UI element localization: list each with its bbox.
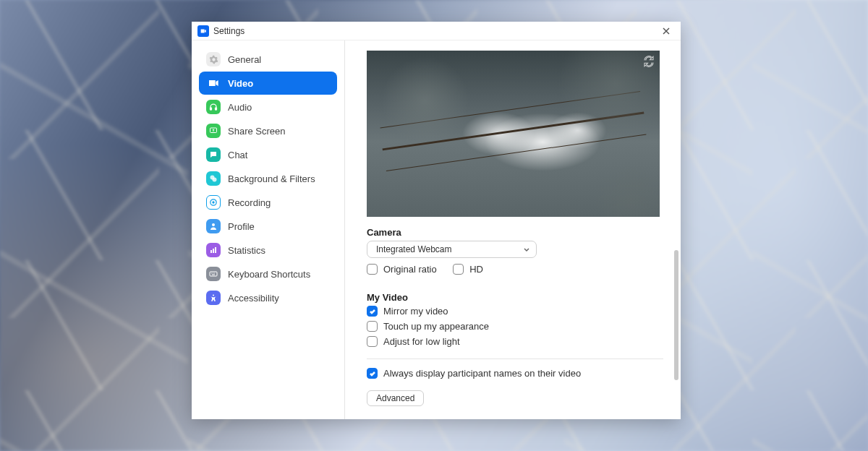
svg-rect-10	[215, 247, 216, 253]
lowlight-checkbox[interactable]	[367, 336, 378, 347]
sidebar-item-recording[interactable]: Recording	[199, 191, 337, 214]
video-preview	[367, 51, 660, 217]
settings-window: Settings General Video	[192, 22, 681, 419]
sidebar-item-label: Share Screen	[228, 126, 286, 137]
hd-checkbox-row[interactable]: HD	[453, 264, 483, 275]
lowlight-label: Adjust for low light	[383, 336, 460, 347]
sidebar-item-label: Video	[228, 78, 253, 89]
record-icon	[206, 195, 221, 210]
headphones-icon	[206, 100, 221, 114]
accessibility-icon	[206, 291, 221, 305]
hd-checkbox[interactable]	[453, 264, 464, 275]
mirror-checkbox[interactable]	[367, 306, 378, 317]
sidebar-item-statistics[interactable]: Statistics	[199, 239, 337, 262]
svg-point-4	[213, 178, 217, 182]
svg-rect-8	[210, 250, 212, 253]
sidebar-item-video[interactable]: Video	[199, 72, 337, 95]
sidebar-item-label: Profile	[228, 221, 255, 232]
sidebar-item-label: Keyboard Shortcuts	[228, 269, 310, 280]
camera-section-label: Camera	[367, 227, 663, 238]
lowlight-checkbox-row[interactable]: Adjust for low light	[367, 336, 663, 347]
advanced-button[interactable]: Advanced	[367, 390, 424, 406]
chevron-down-icon	[523, 246, 530, 253]
chat-icon	[206, 147, 221, 162]
app-icon	[197, 25, 209, 37]
touchup-checkbox-row[interactable]: Touch up my appearance	[367, 321, 663, 332]
filters-icon	[206, 171, 221, 186]
gear-icon	[206, 52, 221, 66]
sidebar-item-audio[interactable]: Audio	[199, 95, 337, 119]
camera-select[interactable]: Integrated Webcam	[367, 241, 537, 258]
original-ratio-checkbox[interactable]	[367, 264, 378, 275]
svg-rect-15	[212, 275, 215, 275]
svg-rect-11	[210, 272, 217, 276]
display-names-checkbox[interactable]	[367, 368, 378, 379]
keyboard-icon	[206, 267, 221, 281]
sidebar-item-keyboard-shortcuts[interactable]: Keyboard Shortcuts	[199, 262, 337, 285]
scrollbar[interactable]	[674, 250, 678, 380]
display-names-checkbox-row[interactable]: Always display participant names on thei…	[367, 368, 663, 379]
settings-sidebar: General Video Audio Share Screen	[199, 40, 345, 419]
settings-content: Camera Integrated Webcam Original ratio …	[345, 40, 681, 419]
sidebar-item-accessibility[interactable]: Accessibility	[199, 286, 337, 309]
sidebar-item-label: Accessibility	[228, 293, 279, 304]
sidebar-item-label: Statistics	[228, 245, 265, 256]
close-button[interactable]	[658, 24, 675, 38]
original-ratio-label: Original ratio	[383, 264, 437, 275]
sidebar-item-label: General	[228, 54, 261, 65]
rotate-camera-button[interactable]	[642, 55, 655, 68]
sidebar-item-general[interactable]: General	[199, 48, 337, 71]
stats-icon	[206, 243, 221, 257]
sidebar-item-background-filters[interactable]: Background & Filters	[199, 167, 337, 190]
svg-rect-0	[210, 108, 212, 110]
svg-point-12	[211, 273, 212, 274]
share-screen-icon	[206, 124, 221, 138]
sidebar-item-share-screen[interactable]: Share Screen	[199, 119, 337, 142]
sidebar-item-label: Audio	[228, 102, 252, 113]
hd-label: HD	[469, 264, 483, 275]
svg-point-14	[214, 273, 215, 274]
divider	[367, 358, 663, 359]
sidebar-item-label: Recording	[228, 197, 271, 208]
svg-rect-9	[213, 249, 214, 253]
profile-icon	[206, 219, 221, 233]
touchup-label: Touch up my appearance	[383, 321, 489, 332]
svg-point-16	[213, 295, 214, 296]
sidebar-item-chat[interactable]: Chat	[199, 143, 337, 166]
sidebar-item-profile[interactable]: Profile	[199, 215, 337, 238]
mirror-label: Mirror my video	[383, 306, 448, 317]
titlebar: Settings	[192, 22, 681, 40]
svg-point-6	[212, 201, 214, 203]
my-video-section-label: My Video	[367, 292, 663, 303]
sidebar-item-label: Chat	[228, 150, 247, 160]
touchup-checkbox[interactable]	[367, 321, 378, 332]
camera-selected-value: Integrated Webcam	[376, 244, 452, 254]
svg-point-13	[213, 273, 213, 274]
mirror-checkbox-row[interactable]: Mirror my video	[367, 306, 663, 317]
window-title: Settings	[213, 26, 244, 36]
svg-rect-1	[216, 108, 217, 110]
video-icon	[206, 76, 221, 90]
sidebar-item-label: Background & Filters	[228, 173, 315, 184]
original-ratio-checkbox-row[interactable]: Original ratio	[367, 264, 437, 275]
display-names-label: Always display participant names on thei…	[383, 368, 581, 379]
svg-point-7	[212, 223, 215, 226]
